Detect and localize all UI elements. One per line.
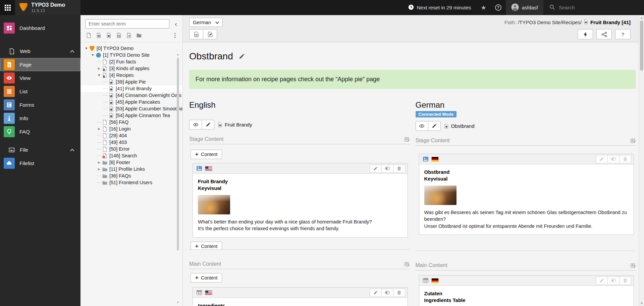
view-page-english-button[interactable] bbox=[189, 120, 202, 130]
tree-scrollbar[interactable]: ▲ ▼ bbox=[176, 53, 180, 304]
tree-item[interactable]: ▶[3] Kinds of apples bbox=[80, 65, 182, 72]
main-scrollbar[interactable]: ▲ ▼ bbox=[639, 15, 644, 306]
new-folder-button[interactable] bbox=[136, 33, 142, 38]
tree-item[interactable]: [44] Cinnamon Overnight Oats bbox=[80, 92, 182, 99]
view-page-german-button[interactable] bbox=[416, 121, 428, 131]
sidebar-item-page[interactable]: Page bbox=[0, 58, 80, 71]
delete-content-button[interactable] bbox=[393, 164, 405, 173]
tree-item[interactable]: ▼[1] TYPO3 Demo Site bbox=[80, 52, 182, 58]
content-element-main-english[interactable]: Ingredients Ingredients Table Quantity P… bbox=[193, 287, 408, 306]
content-element-stage-english[interactable]: Fruit Brandy Keyvisual What's better tha… bbox=[193, 163, 408, 238]
tree-item[interactable]: [56] FAQ bbox=[80, 119, 182, 125]
sidebar-item-dashboard[interactable]: Dashboard bbox=[0, 21, 80, 35]
sidebar-item-info[interactable]: Info bbox=[0, 112, 80, 125]
caret-closed-icon[interactable]: ▶ bbox=[97, 167, 102, 171]
tree-item[interactable]: ▶[6] Footer bbox=[80, 159, 182, 166]
edit-page-english-button[interactable] bbox=[202, 120, 214, 130]
scroll-up-icon[interactable]: ▲ bbox=[639, 16, 644, 19]
main-scrollbar-thumb[interactable] bbox=[640, 20, 643, 71]
add-content-button[interactable]: +Content bbox=[191, 273, 222, 283]
add-content-button[interactable]: +Content bbox=[191, 150, 222, 159]
language-select[interactable]: German bbox=[189, 18, 223, 27]
add-content-button[interactable]: +Content bbox=[191, 242, 222, 249]
sidebar-item-filelist[interactable]: Filelist bbox=[0, 157, 80, 170]
caret-closed-icon[interactable]: ▶ bbox=[97, 127, 102, 131]
edit-title-pencil-icon[interactable] bbox=[238, 53, 245, 60]
new-page-button[interactable] bbox=[86, 33, 92, 38]
toggle-visibility-button[interactable] bbox=[607, 155, 620, 163]
tree-item[interactable]: ▼[4] Recipes bbox=[80, 72, 182, 79]
caret-open-icon[interactable]: ▼ bbox=[84, 47, 89, 50]
collapse-tree-icon[interactable]: ‹ bbox=[173, 20, 179, 27]
tree-item[interactable]: ▶[11] Profile Links bbox=[80, 166, 182, 172]
tree-scrollbar-thumb[interactable] bbox=[177, 58, 179, 251]
module-section-file[interactable]: File bbox=[0, 144, 80, 156]
sidebar-item-view[interactable]: View bbox=[0, 71, 80, 85]
folder-icon bbox=[102, 166, 108, 172]
edit-content-button[interactable] bbox=[370, 289, 382, 297]
caret-open-icon[interactable]: ▼ bbox=[97, 73, 102, 77]
tree-item[interactable]: ▶[16] Login bbox=[80, 125, 182, 132]
new-external-page-button[interactable] bbox=[126, 33, 132, 38]
breadcrumb: Path: /TYPO3 Demo Site/Recipes/ Fruit Br… bbox=[504, 19, 631, 26]
tree-item[interactable]: [53] Apple Cucumber Smoothie bbox=[80, 105, 182, 112]
tree-guide-line bbox=[97, 183, 101, 183]
sidebar-item-faq[interactable]: FAQ bbox=[0, 125, 80, 138]
content-element-main-german[interactable]: Zutaten Ingredients Table Menge Produkt … bbox=[419, 275, 634, 306]
tree-item[interactable]: [29] 404 bbox=[80, 132, 182, 139]
bookmark-star-icon[interactable]: ★ bbox=[476, 0, 490, 15]
module-grid-icon[interactable] bbox=[0, 0, 15, 15]
new-shortcut-page-button[interactable] bbox=[96, 33, 102, 38]
edit-content-button[interactable] bbox=[596, 155, 608, 163]
delete-content-button[interactable] bbox=[619, 276, 631, 285]
edit-page-german-button[interactable] bbox=[428, 121, 441, 131]
edit-content-button[interactable] bbox=[596, 276, 608, 285]
tree-item[interactable]: [50] Error bbox=[80, 146, 182, 152]
caret-open-icon[interactable]: ▼ bbox=[90, 53, 95, 57]
delete-content-button[interactable] bbox=[393, 289, 405, 297]
sidebar-item-forms[interactable]: Forms bbox=[0, 98, 80, 111]
delete-content-button[interactable] bbox=[619, 155, 631, 163]
app-title: TYPO3 Demo bbox=[31, 2, 65, 8]
tree-item[interactable]: [36] FAQs bbox=[80, 172, 182, 179]
new-link-page-button[interactable] bbox=[116, 33, 122, 38]
toggle-visibility-button[interactable] bbox=[381, 289, 393, 297]
edit-section-records-icon[interactable] bbox=[404, 261, 410, 267]
tree-search-input[interactable] bbox=[85, 19, 169, 29]
content-element-stage-german[interactable]: Obstbrand Keyvisual Was gibt es Besseres… bbox=[419, 154, 634, 235]
app-logo-block[interactable]: TYPO3 Demo 11.5.13 bbox=[15, 0, 80, 15]
edit-section-records-icon[interactable] bbox=[630, 263, 636, 268]
global-search[interactable]: Search bbox=[543, 0, 644, 15]
toggle-visibility-button[interactable] bbox=[381, 164, 393, 173]
tree-item[interactable]: [146] Search bbox=[80, 152, 182, 159]
tree-item[interactable]: [2] Fun facts bbox=[80, 58, 182, 65]
share-button[interactable] bbox=[596, 29, 612, 39]
caret-closed-icon[interactable]: ▶ bbox=[97, 67, 102, 70]
tree-item[interactable]: [54] Apple Cinnamon Tea bbox=[80, 112, 182, 119]
module-section-web[interactable]: Web bbox=[0, 45, 80, 58]
edit-section-records-icon[interactable] bbox=[404, 137, 410, 142]
tree-item[interactable]: [39] Apple Pie bbox=[80, 79, 182, 85]
tree-options-icon[interactable]: ⋮ bbox=[172, 32, 178, 39]
tree-item[interactable]: [49] 403 bbox=[80, 139, 182, 146]
page-tree: ▼[0] TYPO3 Demo▼[1] TYPO3 Demo Site[2] F… bbox=[80, 42, 182, 306]
tree-item[interactable]: ▼[0] TYPO3 Demo bbox=[80, 45, 182, 52]
reference-help-button[interactable]: ? bbox=[615, 29, 631, 39]
toggle-visibility-button[interactable] bbox=[607, 276, 620, 285]
edit-section-records-icon[interactable] bbox=[630, 138, 636, 144]
scroll-down-icon[interactable]: ▼ bbox=[176, 301, 180, 304]
edit-content-button[interactable] bbox=[370, 164, 382, 173]
tree-item[interactable]: [41] Fruit Brandy bbox=[80, 85, 182, 92]
user-menu[interactable]: asfdasf bbox=[506, 0, 543, 15]
help-icon[interactable]: ? bbox=[491, 0, 506, 15]
new-mount-page-button[interactable] bbox=[106, 33, 112, 38]
view-webpage-button[interactable] bbox=[189, 29, 203, 39]
clear-cache-button[interactable] bbox=[578, 29, 593, 39]
tree-item[interactable]: [51] Frontend Users bbox=[80, 179, 182, 186]
sidebar-item-list[interactable]: List bbox=[0, 85, 80, 98]
scroll-down-icon[interactable]: ▼ bbox=[639, 302, 644, 305]
edit-page-properties-button[interactable] bbox=[203, 29, 217, 39]
tree-item[interactable]: [45] Apple Pancakes bbox=[80, 99, 182, 105]
caret-closed-icon[interactable]: ▶ bbox=[97, 161, 102, 164]
scroll-up-icon[interactable]: ▲ bbox=[176, 53, 180, 56]
